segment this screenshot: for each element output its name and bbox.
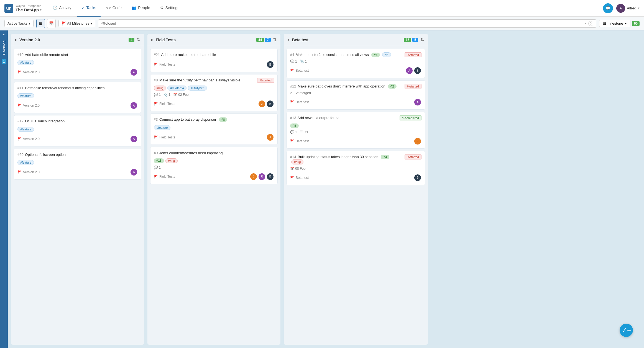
activity-icon: 🕐 (53, 6, 57, 10)
version2-expand-icon[interactable]: ▶ (15, 38, 17, 41)
task-card-4[interactable]: %started #4 Make the interface consisten… (287, 49, 425, 78)
milestone-flag: 🚩 (290, 100, 294, 104)
task-12-meta: 2 ⎇ merged (290, 91, 421, 95)
task-card-9[interactable]: #9 Joker countermeasures need improving … (150, 147, 278, 184)
help-icon[interactable]: ? (588, 21, 593, 26)
nav-items: 🕐 Activity ✓ Tasks <> Code 👥 People ⚙ Se… (48, 0, 601, 17)
user-menu[interactable]: A Alfred ▾ (616, 4, 640, 13)
fab-button[interactable]: ✓+ (620, 324, 633, 337)
task-4-linked: #8 (382, 52, 391, 57)
task-17-title: #17 Oculus Touch integration (17, 119, 138, 124)
task-8-date: 📅 02 Feb (173, 93, 189, 97)
chat-button[interactable]: 💬 (603, 3, 613, 13)
column-beta-test-title: Beta test (292, 38, 402, 42)
task-13-checklist: ☰ 0/1 (300, 130, 308, 134)
milestone-view-dropdown[interactable]: ▦ milestone ▾ (599, 20, 630, 27)
avatar: J (250, 173, 257, 181)
avatar: B (414, 174, 421, 182)
tag-utilitybelt: #utilitybelt (188, 86, 207, 91)
task-card-8[interactable]: %started #8 Make sure the "utility belt"… (150, 74, 278, 111)
active-tasks-label: Active Tasks (7, 21, 27, 25)
task-9-meta: 💬 1 (154, 166, 274, 169)
task-card-21[interactable]: #21 Add more rockets to the batmobile 🚩 … (150, 49, 278, 72)
nav-code-label: Code (113, 6, 122, 10)
nav-activity[interactable]: 🕐 Activity (48, 0, 76, 17)
code-icon: <> (106, 6, 111, 10)
milestone-flag: 🚩 (17, 170, 22, 174)
active-tasks-dropdown[interactable]: Active Tasks ▾ (4, 20, 34, 27)
task-17-avatars: A (130, 135, 138, 143)
task-4-status: %started (405, 52, 421, 57)
calendar-view-button[interactable]: 📅 (47, 19, 56, 28)
beta-test-sort-icon[interactable]: ⇅ (420, 37, 424, 42)
milestone-flag-icon: 🚩 (62, 21, 66, 25)
app-chevron: ▾ (40, 8, 42, 12)
task-9-milestone: 🚩 Field Tests (154, 175, 175, 179)
main-area: ▲ Backlog 1 ▶ Version 2.0 4 ⇅ #10 Add ba… (0, 30, 644, 348)
task-10-tags: #feature (17, 60, 138, 65)
tag-bug: #bug (291, 159, 303, 164)
tag-feature: #feature (17, 160, 34, 165)
active-tasks-group: Active Tasks ▾ (4, 20, 34, 27)
task-11-tags: #feature (17, 93, 138, 98)
task-20-avatars: A (130, 168, 138, 176)
avatar: R (258, 173, 266, 181)
version2-sort-icon[interactable]: ⇅ (137, 37, 140, 42)
avatar: A (130, 168, 138, 176)
task-3-title: #3 Connect app to bat spray dispenser ^8 (154, 117, 274, 122)
board-view-button[interactable]: ▦ (36, 19, 45, 28)
task-8-attachment-count: 📎 1 (163, 93, 170, 97)
clear-icon[interactable]: × (584, 21, 587, 25)
search-input[interactable] (101, 21, 583, 25)
nav-tasks[interactable]: ✓ Tasks (77, 0, 101, 17)
top-nav: un Wayne Enterprises The BatApp ▾ 🕐 Acti… (0, 0, 644, 17)
task-10-milestone: 🚩 Version 2.0 (17, 70, 40, 74)
nav-code[interactable]: <> Code (102, 0, 126, 17)
beta-test-expand-icon[interactable]: ▶ (288, 38, 290, 41)
task-13-meta: 💬 1 ☰ 0/1 (290, 130, 421, 134)
milestone-flag: 🚩 (154, 63, 158, 66)
field-tests-sort-icon[interactable]: ⇅ (273, 37, 277, 42)
task-card-12[interactable]: %started #12 Make sure bat gloves don't … (287, 80, 425, 110)
company-info: Wayne Enterprises The BatApp ▾ (16, 4, 42, 12)
task-3-avatars: J (266, 133, 274, 141)
field-tests-expand-icon[interactable]: ▶ (151, 38, 154, 41)
task-4-milestone: 🚩 Beta test (290, 69, 309, 73)
task-card-13[interactable]: %completed #13 Add new text output forma… (287, 112, 425, 148)
task-4-attachment-count: 📎 1 (300, 60, 307, 63)
task-4-avatars: A B (405, 67, 421, 74)
task-9-footer: 🚩 Field Tests J R B (154, 173, 274, 181)
count-badge: 60 (632, 21, 640, 26)
column-version2: ▶ Version 2.0 4 ⇅ #10 Add batmobile remo… (11, 34, 144, 345)
backlog-sidebar[interactable]: ▲ Backlog 1 (0, 30, 8, 348)
milestones-chevron: ▾ (90, 21, 92, 25)
task-10-avatars: A (130, 68, 138, 76)
task-20-tags: #feature (17, 160, 138, 165)
task-card-3[interactable]: #3 Connect app to bat spray dispenser ^8… (150, 114, 278, 145)
backlog-collapse-arrow: ▲ (2, 33, 5, 36)
task-12-count: 2 (290, 91, 292, 95)
all-milestones-dropdown[interactable]: 🚩 All Milestones ▾ (58, 20, 95, 27)
milestone-flag: 🚩 (17, 104, 22, 107)
chat-icon: 💬 (606, 6, 610, 10)
task-12-avatars: A (414, 98, 421, 106)
task-4-footer: 🚩 Beta test A B (290, 67, 421, 74)
task-14-date: 📅 08 Feb (290, 167, 306, 171)
task-21-milestone: 🚩 Field Tests (154, 63, 175, 66)
nav-people[interactable]: 👥 People (127, 0, 155, 17)
backlog-count: 1 (2, 59, 6, 64)
task-9-comment-count: 💬 1 (154, 166, 161, 169)
task-card-10[interactable]: #10 Add batmobile remote start #feature … (14, 49, 141, 80)
nav-settings[interactable]: ⚙ Settings (156, 0, 184, 17)
task-card-17[interactable]: #17 Oculus Touch integration #feature 🚩 … (14, 115, 141, 146)
task-card-14[interactable]: %started #14 Bulk updating status takes … (287, 151, 425, 185)
task-13-status: %completed (400, 115, 421, 120)
task-card-11[interactable]: #11 Batmobile remote/autonomous driving … (14, 82, 141, 113)
column-field-tests-body: #21 Add more rockets to the batmobile 🚩 … (147, 46, 280, 187)
task-14-status: %started (405, 154, 421, 159)
column-beta-test-header: ▶ Beta test 16 5 ⇅ (284, 34, 428, 46)
task-card-20[interactable]: #20 Optional fullscreen option #feature … (14, 149, 141, 180)
task-17-milestone: 🚩 Version 2.0 (17, 137, 40, 141)
task-4-priority: ^3 (371, 53, 380, 57)
beta-test-badges: 16 5 (404, 38, 418, 42)
